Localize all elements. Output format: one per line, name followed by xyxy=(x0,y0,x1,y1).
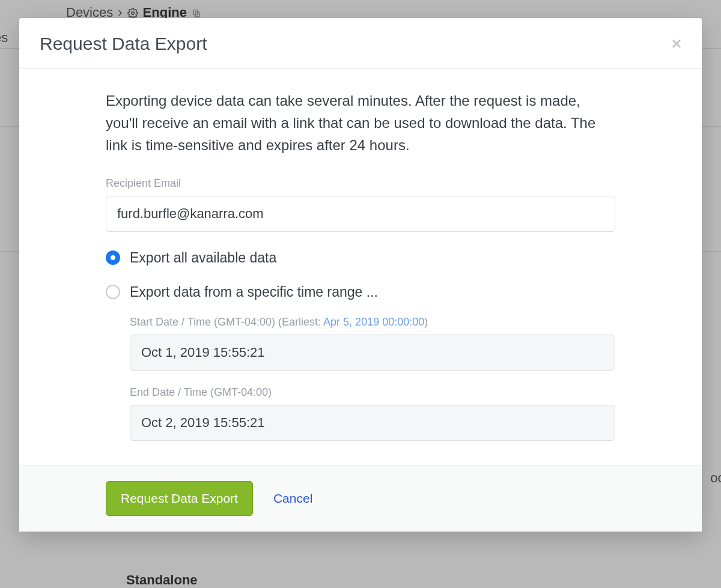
start-date-group: Start Date / Time (GMT-04:00) (Earliest:… xyxy=(130,316,615,371)
start-date-label-suffix: ) xyxy=(424,316,428,328)
start-date-input[interactable] xyxy=(130,335,615,371)
end-date-label: End Date / Time (GMT-04:00) xyxy=(130,386,615,399)
radio-selected-icon[interactable] xyxy=(106,250,120,265)
start-date-label-prefix: Start Date / Time (GMT-04:00) (Earliest: xyxy=(130,316,323,328)
export-description: Exporting device data can take several m… xyxy=(106,89,615,157)
recipient-email-input[interactable] xyxy=(106,196,615,232)
close-icon[interactable]: × xyxy=(672,35,681,52)
cancel-button[interactable]: Cancel xyxy=(273,491,312,506)
start-date-label: Start Date / Time (GMT-04:00) (Earliest:… xyxy=(130,316,615,329)
modal-title: Request Data Export xyxy=(40,34,207,54)
end-date-input[interactable] xyxy=(130,405,615,441)
export-all-radio-row[interactable]: Export all available data xyxy=(106,250,615,266)
modal-body: Exporting device data can take several m… xyxy=(19,69,702,465)
request-data-export-modal: Request Data Export × Exporting device d… xyxy=(19,18,702,532)
modal-footer: Request Data Export Cancel xyxy=(19,465,702,532)
request-export-button[interactable]: Request Data Export xyxy=(106,481,253,516)
end-date-group: End Date / Time (GMT-04:00) xyxy=(130,386,615,441)
radio-unselected-icon[interactable] xyxy=(106,285,120,299)
recipient-email-label: Recipient Email xyxy=(106,177,615,190)
export-range-radio-row[interactable]: Export data from a specific time range .… xyxy=(106,284,615,300)
modal-header: Request Data Export × xyxy=(19,18,702,69)
export-all-label: Export all available data xyxy=(130,250,276,266)
earliest-date-link[interactable]: Apr 5, 2019 00:00:00 xyxy=(323,316,424,328)
export-range-label: Export data from a specific time range .… xyxy=(130,284,378,300)
